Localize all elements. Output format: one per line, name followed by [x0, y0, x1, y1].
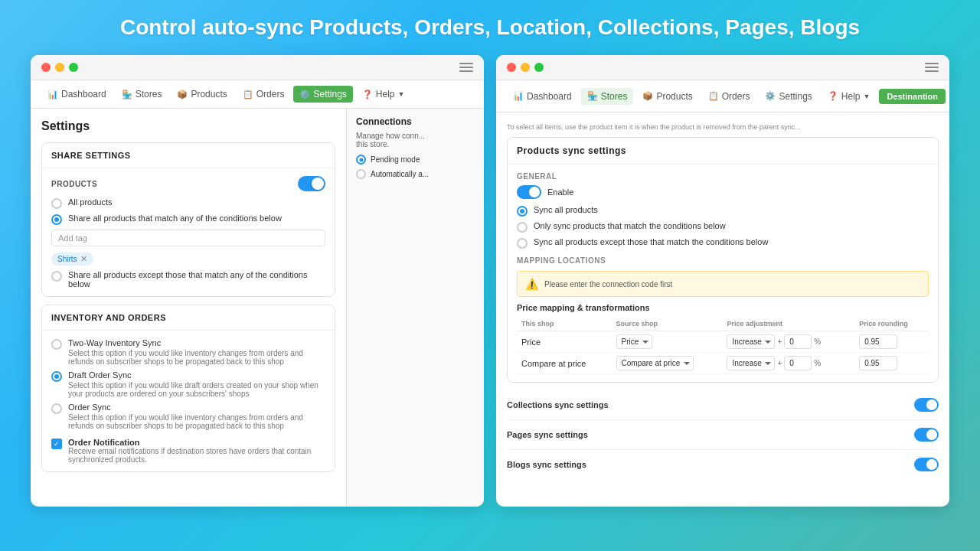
settings-icon: ⚙️: [299, 90, 310, 99]
blogs-toggle[interactable]: [914, 458, 939, 471]
nav-stores-label: Stores: [136, 89, 162, 99]
nav-orders-label: Orders: [256, 89, 285, 99]
nav-help-right[interactable]: ❓ Help ▼: [822, 88, 877, 105]
products-sync-title: Products sync settings: [517, 145, 626, 156]
tag-input[interactable]: Add tag: [51, 230, 325, 246]
pages-toggle[interactable]: [914, 428, 939, 442]
row1-source-select[interactable]: Price: [616, 334, 652, 349]
window-chrome-right: [496, 55, 949, 80]
connections-panel: Connections Manage how conn...this store…: [346, 109, 484, 507]
hamburger-menu-left[interactable]: [459, 63, 473, 72]
sync-all-item[interactable]: Sync all products: [517, 205, 929, 217]
enable-label: Enable: [547, 187, 573, 197]
stores-icon: 🏪: [122, 90, 132, 99]
radio-match-circle: [51, 214, 62, 225]
shirts-tag: Shirts ✕: [51, 253, 93, 266]
row2-rounding[interactable]: [859, 356, 897, 370]
nav-settings-right[interactable]: ⚙️ Settings: [759, 88, 818, 105]
price-mapping-title: Price mapping & transformations: [517, 303, 929, 312]
close-button-left[interactable]: [41, 63, 51, 72]
r-orders-label: Orders: [722, 91, 750, 102]
row1-adj-value[interactable]: [784, 334, 812, 349]
nav-dashboard-label: Dashboard: [61, 89, 106, 99]
tag-remove[interactable]: ✕: [80, 254, 87, 264]
share-settings-header: Share settings: [42, 143, 335, 168]
share-settings-title: Share settings: [51, 151, 131, 160]
radio-all-products[interactable]: All products: [51, 197, 325, 209]
general-label: General: [517, 172, 929, 181]
auto-radio: [356, 169, 366, 179]
nav-help-label: Help: [376, 89, 395, 99]
row2-adj-value[interactable]: [784, 356, 812, 370]
row1-rounding[interactable]: [859, 334, 897, 349]
nav-orders-left[interactable]: 📋 Orders: [237, 86, 291, 103]
minimize-button-right[interactable]: [521, 63, 530, 72]
dashboard-icon: 📊: [47, 90, 58, 99]
warning-text: Please enter the connection code first: [544, 280, 672, 289]
radio-order-sync-label: Order Sync: [68, 403, 325, 412]
enable-toggle[interactable]: [517, 185, 541, 199]
sync-match-item[interactable]: Only sync products that match the condit…: [517, 221, 929, 233]
col-source-shop: Source shop: [612, 317, 723, 331]
row2-adj-type[interactable]: Increase: [727, 356, 775, 370]
orders-icon: 📋: [243, 90, 253, 99]
products-icon: 📦: [177, 90, 188, 99]
inventory-orders-header: Inventory and Orders: [42, 305, 335, 330]
order-notification-label: Order Notification: [68, 438, 325, 447]
nav-products-right[interactable]: 📦 Products: [636, 88, 698, 105]
inventory-radio-group: Two-Way Inventory Sync Select this optio…: [51, 338, 325, 430]
nav-settings-left[interactable]: ⚙️ Settings: [293, 86, 352, 103]
nav-dashboard-left[interactable]: 📊 Dashboard: [41, 86, 113, 103]
tag-placeholder: Add tag: [58, 233, 87, 243]
table-row-compare: Compare at price Compare at price: [517, 353, 929, 374]
help-chevron: ▼: [398, 90, 405, 98]
row1-adj-type[interactable]: Increase: [727, 334, 775, 349]
order-notification-item[interactable]: Order Notification Receive email notific…: [51, 438, 325, 464]
sync-match-radio: [517, 222, 528, 233]
radio-draft-order[interactable]: Draft Order Sync Select this option if y…: [51, 370, 325, 398]
row2-this-shop: Compare at price: [521, 359, 586, 368]
minimize-button-left[interactable]: [55, 63, 64, 72]
products-toggle[interactable]: [298, 176, 325, 191]
radio-draft-label: Draft Order Sync: [68, 370, 325, 380]
inventory-orders-card: Inventory and Orders Two-Way Inventory S…: [41, 305, 335, 472]
nav-stores-left[interactable]: 🏪 Stores: [116, 86, 168, 103]
left-panel-inner: Settings Share settings PRODUCTS: [31, 109, 484, 507]
collections-toggle[interactable]: [914, 398, 939, 412]
radio-order-sync[interactable]: Order Sync Select this option if you wou…: [51, 403, 325, 430]
nav-stores-right[interactable]: 🏪 Stores: [581, 88, 634, 105]
nav-help-left[interactable]: ❓ Help ▼: [356, 86, 411, 103]
warning-icon: ⚠️: [525, 278, 538, 290]
row1-percent: %: [814, 337, 821, 346]
maximize-button-right[interactable]: [534, 63, 544, 72]
sync-except-item[interactable]: Sync all products except those that matc…: [517, 237, 929, 249]
nav-products-left[interactable]: 📦 Products: [171, 86, 233, 103]
order-notification-checkbox[interactable]: [51, 439, 62, 449]
radio-except-products[interactable]: Share all products except those that mat…: [51, 270, 325, 289]
nav-dashboard-right[interactable]: 📊 Dashboard: [507, 88, 578, 105]
r-products-icon: 📦: [642, 91, 653, 101]
radio-match-products[interactable]: Share all products that match any of the…: [51, 214, 325, 225]
products-sync-radio-group: Sync all products Only sync products tha…: [517, 205, 929, 249]
enable-row: Enable: [517, 185, 929, 199]
pending-mode-item[interactable]: Pending mode: [356, 155, 475, 165]
left-main-content: Settings Share settings PRODUCTS: [31, 109, 346, 507]
radio-two-way[interactable]: Two-Way Inventory Sync Select this optio…: [51, 338, 325, 366]
mapping-locations-label: MAPPING LOCATIONS: [517, 256, 929, 265]
radio-except-circle: [51, 271, 62, 282]
right-panel-content: To select all items, use the product ite…: [496, 112, 949, 507]
blogs-sync-row: Blogs sync settings: [507, 450, 939, 479]
nav-orders-right[interactable]: 📋 Orders: [702, 88, 756, 105]
row2-percent: %: [814, 359, 821, 367]
row2-source-select[interactable]: Compare at price: [616, 356, 694, 370]
auto-label: Automatically a...: [371, 170, 429, 178]
r-help-chevron: ▼: [864, 93, 871, 100]
maximize-button-left[interactable]: [69, 63, 78, 72]
page-headline: Control auto-sync Products, Orders, Loca…: [120, 15, 860, 40]
close-button-right[interactable]: [507, 63, 516, 72]
r-products-label: Products: [656, 91, 692, 102]
auto-item[interactable]: Automatically a...: [356, 169, 475, 179]
hamburger-menu-right[interactable]: [925, 63, 939, 72]
products-sync-header: Products sync settings: [508, 138, 938, 164]
inventory-orders-title: Inventory and Orders: [51, 313, 166, 322]
